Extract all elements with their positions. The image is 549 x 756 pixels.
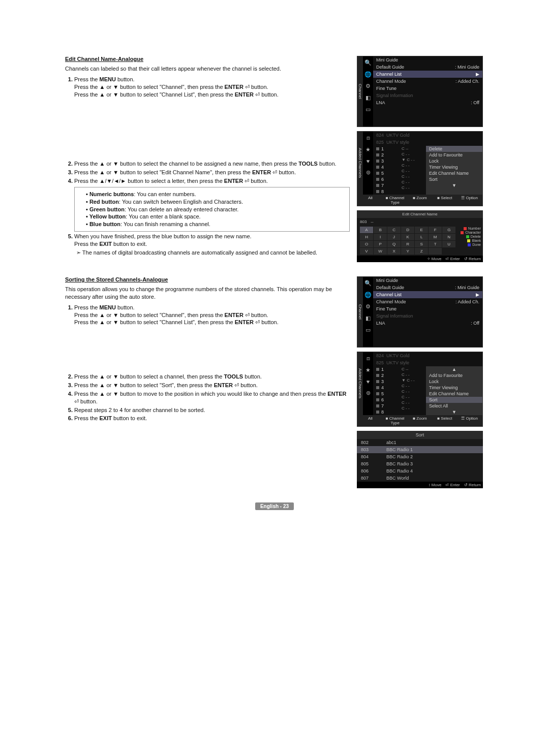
gear-icon: ⚙ xyxy=(365,83,371,89)
step-4: Press the ▲/▼/◄/► button to select a let… xyxy=(74,177,350,232)
step-4: Press the ▲ or ▼ button to move to the p… xyxy=(74,390,350,405)
step-1: Press the MENU button. Press the ▲ or ▼ … xyxy=(74,76,350,160)
key-F: F xyxy=(429,227,442,233)
sort-row: 806BBC Radio 4 xyxy=(357,467,483,475)
key-C: C xyxy=(387,227,401,233)
added-channels-shot-a: Added Channels ⧈ ★ ♥ ⊚ 824 UKTV Gold 825… xyxy=(357,131,483,206)
key-L: L xyxy=(415,234,428,240)
step-6: Press the EXIT button to exit. xyxy=(74,415,350,422)
app-icon: ▭ xyxy=(365,106,371,113)
section-title: Edit Channel Name-Analogue xyxy=(65,56,350,62)
key-Y: Y xyxy=(401,248,414,255)
key-M: M xyxy=(429,234,442,240)
app-icon: ▭ xyxy=(365,327,371,333)
sort-row: 805BBC Radio 3 xyxy=(357,460,483,467)
key-R: R xyxy=(401,241,414,247)
page-footer: English - 23 xyxy=(65,503,484,509)
sort-panel-shot: Sort 802abc1803BBC Radio 1804BBC Radio 2… xyxy=(357,431,483,488)
all-icon: ⧈ xyxy=(367,135,370,141)
step-2: Press the ▲ or ▼ button to select a chan… xyxy=(74,373,350,381)
section-edit-channel-name: Edit Channel Name-Analogue Channels can … xyxy=(65,56,350,262)
key-I: I xyxy=(374,234,387,240)
key-B: B xyxy=(374,227,387,233)
heart-icon: ♥ xyxy=(367,379,370,385)
key-blank xyxy=(429,248,442,255)
steps-list: Press the MENU button. Press the ▲ or ▼ … xyxy=(65,76,350,257)
key-G: G xyxy=(442,227,455,233)
button-legend: Numeric buttons: You can enter numbers. … xyxy=(74,187,350,232)
intro-text: This operation allows you to change the … xyxy=(65,286,350,301)
star-icon: ★ xyxy=(365,146,371,153)
key-J: J xyxy=(387,234,401,240)
input-icon: ◧ xyxy=(365,94,371,101)
input-icon: ◧ xyxy=(365,315,371,322)
sort-row: 802abc1 xyxy=(357,439,483,446)
globe-icon: 🌐 xyxy=(364,292,372,298)
step-3: Press the ▲ or ▼ button to select "Edit … xyxy=(74,169,350,176)
sort-row: 803BBC Radio 1 xyxy=(357,446,483,453)
heart-icon: ♥ xyxy=(367,158,370,164)
steps-list-b: Press the MENU button. Press the ▲ or ▼ … xyxy=(65,304,350,423)
key-S: S xyxy=(415,241,428,247)
section-title: Sorting the Stored Channels-Analogue xyxy=(65,276,350,282)
added-channels-shot-b: Added Channels ⧈ ★ ♥ ⊚ 824 UKTV Gold 825… xyxy=(357,352,483,427)
key-U: U xyxy=(442,241,455,247)
key-V: V xyxy=(360,248,373,255)
key-T: T xyxy=(429,241,442,247)
key-W: W xyxy=(374,248,387,255)
step-5: When you have finished, press the blue b… xyxy=(74,233,350,257)
sort-row: 804BBC Radio 2 xyxy=(357,453,483,460)
key-Q: Q xyxy=(387,241,401,247)
key-H: H xyxy=(360,234,373,240)
step-3: Press the ▲ or ▼ button to select "Sort"… xyxy=(74,382,350,389)
key-K: K xyxy=(401,234,414,240)
mode-icon: ⊚ xyxy=(366,169,371,176)
key-N: N xyxy=(442,234,455,240)
key-P: P xyxy=(374,241,387,247)
step-1: Press the MENU button. Press the ▲ or ▼ … xyxy=(74,304,350,372)
note-text: The names of digital broadcasting channe… xyxy=(74,249,350,257)
magnify-icon: 🔍 xyxy=(364,280,372,287)
step-5: Repeat steps 2 to 4 for another channel … xyxy=(74,406,350,414)
tv-channel-menu-shot-2: Channel 🔍 🌐 ⚙ ◧ ▭ Mini Guide Default Gui… xyxy=(357,276,483,348)
key-D: D xyxy=(401,227,414,233)
intro-text: Channels can labeled so that their call … xyxy=(65,65,350,73)
mode-icon: ⊚ xyxy=(366,390,371,396)
tv-channel-menu-shot: Channel 🔍 🌐 ⚙ ◧ ▭ Mini Guide Default Gui… xyxy=(357,56,483,127)
magnify-icon: 🔍 xyxy=(364,59,372,66)
key-A: A xyxy=(360,227,373,233)
sort-row: 807BBC World xyxy=(357,475,483,482)
key-O: O xyxy=(360,241,373,247)
gear-icon: ⚙ xyxy=(365,303,371,310)
star-icon: ★ xyxy=(365,367,371,373)
key-Z: Z xyxy=(415,248,428,255)
section-sorting-channels: Sorting the Stored Channels-Analogue Thi… xyxy=(65,276,350,488)
step-2: Press the ▲ or ▼ button to select the ch… xyxy=(74,160,350,168)
all-icon: ⧈ xyxy=(367,355,370,362)
edit-channel-name-shot: Edit Channel Name 803-- ABCDEFGHIJKLMNOP… xyxy=(357,210,483,262)
key-E: E xyxy=(415,227,428,233)
key-X: X xyxy=(387,248,401,255)
globe-icon: 🌐 xyxy=(364,71,372,78)
